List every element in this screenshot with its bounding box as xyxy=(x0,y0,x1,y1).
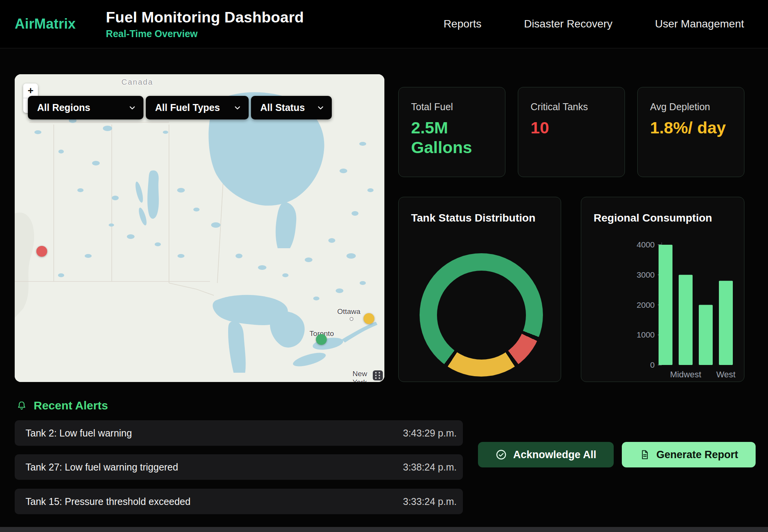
stat-value: 2.5M Gallons xyxy=(411,118,493,157)
chevron-down-icon xyxy=(128,104,137,112)
consumption-bar-3 xyxy=(719,281,733,365)
svg-text:3000: 3000 xyxy=(637,270,655,279)
stat-value: 10 xyxy=(531,118,612,138)
stat-label: Total Fuel xyxy=(411,101,493,113)
acknowledge-all-label: Acknowledge All xyxy=(513,449,596,461)
tank-status-card: Tank Status Distribution xyxy=(398,197,561,382)
recent-alerts-title: Recent Alerts xyxy=(34,399,108,412)
consumption-bar-1 xyxy=(679,275,693,365)
status-filter-dropdown[interactable]: All Status xyxy=(251,96,332,119)
regional-consumption-bar-chart: 40003000200010000MidwestWest xyxy=(581,197,744,382)
report-document-icon xyxy=(639,449,650,460)
resize-handle-icon[interactable] xyxy=(373,370,383,380)
svg-text:Midwest: Midwest xyxy=(670,370,701,379)
alert-timestamp: 3:33:24 p.m. xyxy=(403,496,457,507)
consumption-bar-2 xyxy=(699,305,713,365)
main-nav: Reports Disaster Recovery User Managemen… xyxy=(444,18,744,30)
alert-timestamp: 3:43:29 p.m. xyxy=(403,428,457,439)
alert-message: Tank 2: Low fuel warning xyxy=(26,428,132,439)
partial-row-strip xyxy=(0,527,768,532)
chart-title: Tank Status Distribution xyxy=(411,212,548,224)
chevron-down-icon xyxy=(316,104,325,112)
alert-message: Tank 15: Pressure threshold exceeded xyxy=(26,496,191,507)
tank-status-donut-chart xyxy=(420,253,543,377)
stat-card-critical-tanks: Critical Tanks 10 xyxy=(518,87,625,177)
generate-report-label: Generate Report xyxy=(656,449,738,461)
check-circle-icon xyxy=(495,449,507,460)
stat-label: Critical Tanks xyxy=(531,101,612,113)
stat-value: 1.8%/ day xyxy=(650,118,732,138)
main-content: Canada Ottawa Toronto New York + − All R… xyxy=(0,48,768,532)
nav-reports[interactable]: Reports xyxy=(444,18,481,30)
alert-row[interactable]: Tank 27: Low fuel warning triggered 3:38… xyxy=(15,454,463,480)
stats-row: Total Fuel 2.5M Gallons Critical Tanks 1… xyxy=(398,87,744,177)
status-filter-value: All Status xyxy=(260,102,305,113)
fuel-type-filter-dropdown[interactable]: All Fuel Types xyxy=(146,96,249,119)
region-filter-value: All Regions xyxy=(37,102,90,113)
bell-icon xyxy=(17,400,27,411)
fuel-map[interactable]: Canada Ottawa Toronto New York + − All R… xyxy=(15,74,384,382)
regional-consumption-card: Regional Consumption 40003000200010000Mi… xyxy=(581,197,744,382)
alert-row[interactable]: Tank 2: Low fuel warning 3:43:29 p.m. xyxy=(15,420,463,446)
map-label-canada: Canada xyxy=(121,78,153,87)
map-filter-row: All Regions All Fuel Types All Status xyxy=(28,96,332,119)
stat-card-avg-depletion: Avg Depletion 1.8%/ day xyxy=(637,87,744,177)
svg-text:1000: 1000 xyxy=(637,330,655,339)
page-title: Fuel Monitoring Dashboard xyxy=(106,9,304,26)
app-header: AirMatrix Fuel Monitoring Dashboard Real… xyxy=(0,0,768,48)
svg-text:0: 0 xyxy=(650,360,655,369)
alert-timestamp: 3:38:24 p.m. xyxy=(403,462,457,473)
stat-label: Avg Depletion xyxy=(650,101,732,113)
alert-row[interactable]: Tank 15: Pressure threshold exceeded 3:3… xyxy=(15,489,463,514)
map-label-ottawa: Ottawa xyxy=(337,307,360,316)
page-subtitle: Real-Time Overview xyxy=(106,28,304,39)
tank-marker-warning[interactable] xyxy=(364,313,374,324)
svg-text:West: West xyxy=(716,370,736,379)
map-label-new-york: New York xyxy=(353,370,374,382)
alert-message: Tank 27: Low fuel warning triggered xyxy=(26,462,178,473)
nav-user-management[interactable]: User Management xyxy=(655,18,744,30)
recent-alerts-heading: Recent Alerts xyxy=(17,399,108,412)
title-block: Fuel Monitoring Dashboard Real-Time Over… xyxy=(106,9,304,39)
app-logo: AirMatrix xyxy=(15,16,76,32)
region-filter-dropdown[interactable]: All Regions xyxy=(28,96,143,119)
stat-card-total-fuel: Total Fuel 2.5M Gallons xyxy=(398,87,505,177)
consumption-bar-0 xyxy=(659,245,672,365)
fuel-type-filter-value: All Fuel Types xyxy=(155,102,220,113)
acknowledge-all-button[interactable]: Acknowledge All xyxy=(478,442,614,467)
svg-text:4000: 4000 xyxy=(637,240,655,249)
generate-report-button[interactable]: Generate Report xyxy=(622,442,756,467)
charts-row: Tank Status Distribution Regional Consum… xyxy=(398,197,744,382)
nav-disaster-recovery[interactable]: Disaster Recovery xyxy=(524,18,613,30)
tank-marker-critical[interactable] xyxy=(36,246,47,257)
tank-marker-normal[interactable] xyxy=(316,334,327,345)
svg-text:2000: 2000 xyxy=(637,300,655,309)
chevron-down-icon xyxy=(233,104,242,112)
